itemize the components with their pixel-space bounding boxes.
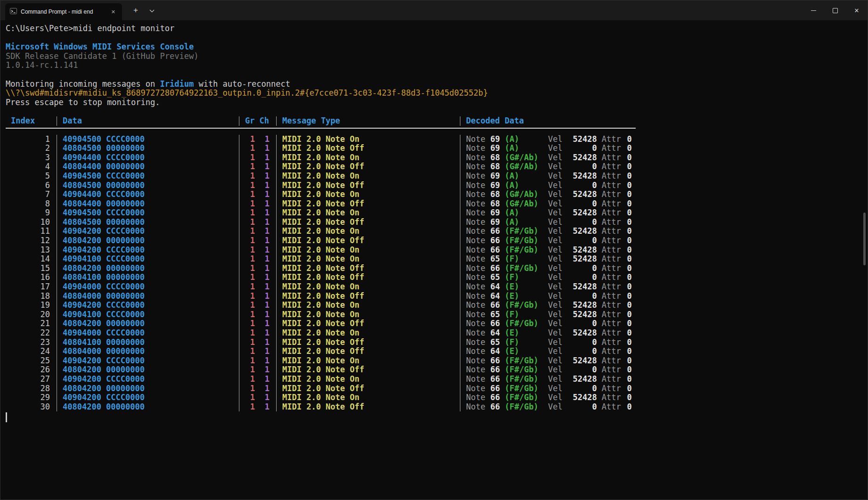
version-line: 1.0.14-rc.1.141 <box>6 61 867 70</box>
column-separator <box>276 292 277 301</box>
row-decoded: Note66(F#/Gb)Vel52428Attr0 <box>466 246 632 255</box>
decoded-vel-value: 0 <box>563 144 597 153</box>
decoded-attr-label: Attr <box>602 365 621 375</box>
column-separator <box>276 356 277 366</box>
decoded-note-name: (A) <box>505 172 548 181</box>
column-separator <box>276 393 277 402</box>
decoded-vel-value: 0 <box>563 181 597 190</box>
column-separator <box>460 135 460 144</box>
decoded-vel-label: Vel <box>548 375 563 384</box>
minimize-button[interactable] <box>802 0 824 20</box>
decoded-note-number: 69 <box>485 181 500 190</box>
terminal-content[interactable]: C:\Users\Pete>midi endpoint monitor Micr… <box>1 20 867 499</box>
decoded-note-number: 65 <box>485 254 500 264</box>
table-row: 740904400 CCCC000011MIDI 2.0 Note OnNote… <box>6 190 867 199</box>
row-group: 1 <box>245 375 255 384</box>
decoded-note-name: (F) <box>505 254 548 264</box>
decoded-note-label: Note <box>466 208 485 218</box>
row-index: 9 <box>6 208 50 218</box>
row-index: 25 <box>6 356 50 366</box>
column-separator <box>239 273 239 282</box>
row-group: 1 <box>245 254 255 264</box>
row-group: 1 <box>245 236 255 246</box>
column-separator <box>239 162 239 172</box>
row-index: 23 <box>6 338 50 347</box>
row-decoded: Note65(F)Vel52428Attr0 <box>466 254 632 264</box>
column-separator <box>276 172 277 181</box>
decoded-vel-label: Vel <box>548 301 563 310</box>
row-channel: 1 <box>260 301 270 310</box>
decoded-note-label: Note <box>466 254 485 264</box>
tab-dropdown-chevron-icon[interactable] <box>146 4 158 16</box>
decoded-note-name: (A) <box>505 181 548 190</box>
row-message-type: MIDI 2.0 Note On <box>282 246 453 255</box>
decoded-vel-label: Vel <box>548 273 563 282</box>
column-separator <box>239 310 239 320</box>
table-row: 840804400 0000000011MIDI 2.0 Note OffNot… <box>6 199 867 209</box>
column-separator <box>57 402 57 412</box>
table-row: 2640804200 0000000011MIDI 2.0 Note OffNo… <box>6 365 867 375</box>
decoded-attr-label: Attr <box>602 301 621 310</box>
row-index: 7 <box>6 190 50 199</box>
decoded-vel-value: 52428 <box>563 246 597 255</box>
maximize-button[interactable] <box>824 0 846 20</box>
row-group: 1 <box>245 282 255 292</box>
column-separator <box>276 384 277 393</box>
row-data-hex: 40904400 CCCC0000 <box>63 153 232 163</box>
decoded-note-name: (F) <box>505 273 548 282</box>
command-prompt-icon <box>10 8 17 16</box>
decoded-note-name: (E) <box>505 347 548 356</box>
header-data: Data <box>63 116 232 126</box>
table-row: 1440904100 CCCC000011MIDI 2.0 Note OnNot… <box>6 254 867 264</box>
row-group: 1 <box>245 310 255 320</box>
row-message-type: MIDI 2.0 Note Off <box>282 292 453 301</box>
column-separator <box>57 282 57 292</box>
column-separator <box>239 264 239 273</box>
column-separator <box>460 292 460 301</box>
decoded-attr-label: Attr <box>602 162 621 172</box>
close-button[interactable]: ✕ <box>846 0 868 20</box>
row-group: 1 <box>245 328 255 338</box>
column-separator <box>460 116 460 126</box>
column-separator <box>460 227 460 236</box>
decoded-attr-label: Attr <box>602 218 621 227</box>
column-separator <box>239 218 239 227</box>
column-separator <box>276 301 277 310</box>
decoded-attr-value: 0 <box>621 310 632 320</box>
decoded-vel-value: 0 <box>563 264 597 273</box>
table-row: 2240904000 CCCC000011MIDI 2.0 Note OnNot… <box>6 328 867 338</box>
column-separator <box>239 144 239 153</box>
message-table: 140904500 CCCC000011MIDI 2.0 Note OnNote… <box>6 135 867 412</box>
row-decoded: Note68(G#/Ab)Vel52428Attr0 <box>466 153 632 163</box>
tab-close-icon[interactable]: ✕ <box>109 8 117 16</box>
scrollbar[interactable] <box>861 20 867 499</box>
scrollbar-thumb[interactable] <box>863 213 866 265</box>
row-message-type: MIDI 2.0 Note On <box>282 227 453 236</box>
decoded-attr-value: 0 <box>621 356 632 366</box>
column-separator <box>239 384 239 393</box>
row-decoded: Note64(E)Vel0Attr0 <box>466 292 632 301</box>
column-separator <box>57 310 57 320</box>
row-channel: 1 <box>260 310 270 320</box>
decoded-vel-label: Vel <box>548 356 563 366</box>
decoded-attr-value: 0 <box>621 319 632 328</box>
row-data-hex: 40804100 00000000 <box>63 273 232 282</box>
row-data-hex: 40804500 00000000 <box>63 218 232 227</box>
new-tab-button[interactable]: + <box>130 5 142 16</box>
row-message-type: MIDI 2.0 Note On <box>282 172 453 181</box>
column-separator <box>239 236 239 246</box>
decoded-note-number: 66 <box>485 393 500 402</box>
column-separator <box>239 172 239 181</box>
row-group: 1 <box>245 384 255 393</box>
row-group: 1 <box>245 172 255 181</box>
decoded-vel-value: 0 <box>563 273 597 282</box>
column-separator <box>276 236 277 246</box>
column-separator <box>276 273 277 282</box>
row-index: 11 <box>6 227 50 236</box>
decoded-vel-label: Vel <box>548 208 563 218</box>
row-message-type: MIDI 2.0 Note On <box>282 254 453 264</box>
table-row: 1340904200 CCCC000011MIDI 2.0 Note OnNot… <box>6 246 867 255</box>
tab-command-prompt[interactable]: Command Prompt - midi end ✕ <box>5 3 122 20</box>
decoded-note-name: (G#/Ab) <box>505 199 548 209</box>
decoded-note-label: Note <box>466 310 485 320</box>
